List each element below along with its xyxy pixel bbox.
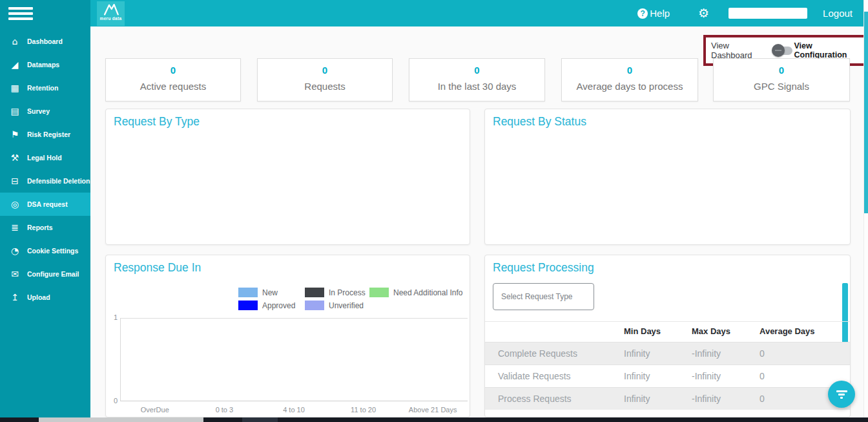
building-icon: ▦: [8, 83, 21, 93]
cell-min-days: Infinity: [624, 388, 650, 410]
help-label: Help: [650, 8, 670, 19]
cell-average-days: 0: [760, 343, 765, 364]
legend-item-approved[interactable]: Approved: [238, 301, 305, 310]
cell-max-days: -Infinity: [692, 343, 721, 364]
sidebar-item-legal-hold[interactable]: ⚒ Legal Hold: [0, 146, 90, 169]
stat-label: GPC Signals: [714, 81, 849, 92]
stat-label: Average days to process: [562, 81, 698, 92]
stat-value: 0: [409, 65, 544, 76]
stat-card-active-requests: 0 Active requests: [105, 58, 241, 101]
document-icon: ▤: [8, 106, 21, 116]
y-axis-tick-1: 1: [108, 313, 118, 321]
column-header-average-days: Average Days: [760, 321, 815, 342]
legend-item-need-additional-info[interactable]: Need Additional Info: [369, 288, 462, 297]
vertical-scrollbar-track[interactable]: [863, 0, 868, 422]
column-header-max-days: Max Days: [692, 321, 730, 342]
horizontal-scrollbar-track[interactable]: [0, 417, 868, 422]
legend-item-in-process[interactable]: In Process: [305, 288, 369, 297]
row-label: Complete Requests: [498, 343, 577, 364]
topbar-search-input[interactable]: [728, 8, 807, 19]
switch-knob[interactable]: [772, 44, 785, 57]
x-axis-label: 11 to 20: [329, 406, 398, 414]
sidebar-item-retention[interactable]: ▦ Retention: [0, 76, 90, 100]
request-by-type-panel: Request By Type: [105, 109, 470, 245]
sidebar: ⌂ Dashboard ◢ Datamaps ▦ Retention ▤ Sur…: [0, 0, 90, 417]
topbar: meru data ? Help ⚙ Logout: [0, 0, 868, 26]
legend-item-new[interactable]: New: [238, 288, 305, 297]
x-axis-label: OverDue: [120, 406, 190, 414]
stat-label: Requests: [258, 81, 392, 92]
list-icon: ≣: [8, 222, 21, 233]
table-header-row: Min Days Max Days Average Days: [485, 321, 850, 342]
request-processing-panel: Request Processing Select Request Type M…: [484, 255, 851, 417]
legend-swatch: [369, 288, 389, 297]
home-icon: ⌂: [8, 36, 21, 47]
app-logo: meru data: [97, 1, 125, 26]
stat-label: In the last 30 days: [409, 81, 544, 92]
sidebar-item-cookie-settings[interactable]: ◔ Cookie Settings: [0, 239, 90, 262]
panel-title: Request By Status: [493, 115, 586, 129]
life-ring-icon: ◎: [8, 199, 21, 209]
sidebar-item-risk-register[interactable]: ⚑ Risk Register: [0, 123, 90, 146]
sidebar-item-datamaps[interactable]: ◢ Datamaps: [0, 53, 90, 76]
table-row-complete-requests: Complete Requests Infinity -Infinity 0: [485, 342, 850, 364]
x-axis-label: 0 to 3: [190, 406, 260, 414]
envelope-icon: ✉: [8, 269, 21, 279]
horizontal-scrollbar-thumb[interactable]: [39, 417, 203, 422]
panel-title: Request Processing: [493, 261, 594, 275]
x-axis-label: 4 to 10: [259, 406, 329, 414]
sidebar-item-defensible-deletion[interactable]: ⊟ Defensible Deletion: [0, 169, 90, 193]
cookie-icon: ◔: [8, 246, 21, 256]
sidebar-nav: ⌂ Dashboard ◢ Datamaps ▦ Retention ▤ Sur…: [0, 30, 90, 309]
menu-icon[interactable]: [8, 7, 33, 23]
legend-item-unverified[interactable]: Unverified: [305, 301, 369, 310]
column-header-min-days: Min Days: [624, 321, 661, 342]
cell-max-days: -Infinity: [692, 388, 721, 410]
sidebar-item-reports[interactable]: ≣ Reports: [0, 216, 90, 239]
legend-swatch: [238, 288, 258, 297]
cell-max-days: -Infinity: [692, 365, 721, 387]
select-request-type-dropdown[interactable]: Select Request Type: [493, 283, 594, 310]
panel-title: Request By Type: [114, 115, 200, 129]
horizontal-scrollbar-shade: [242, 417, 278, 422]
legend-swatch: [305, 301, 324, 310]
cell-average-days: 0: [760, 365, 765, 387]
logo-text: meru data: [100, 16, 122, 21]
sidebar-item-dashboard[interactable]: ⌂ Dashboard: [0, 30, 90, 53]
view-dashboard-label: View Dashboard: [711, 41, 767, 60]
help-icon: ?: [637, 8, 648, 19]
area-chart-icon: ◢: [8, 59, 21, 70]
request-by-status-panel: Request By Status: [484, 109, 851, 245]
logout-button[interactable]: Logout: [823, 8, 852, 19]
cell-min-days: Infinity: [624, 365, 650, 387]
table-row-process-requests: Process Requests Infinity -Infinity 0: [485, 387, 850, 410]
stat-value: 0: [714, 65, 849, 76]
filter-fab-button[interactable]: [828, 381, 855, 408]
stat-card-last-30-days: 0 In the last 30 days: [409, 58, 545, 101]
topbar-actions: ? Help ⚙ Logout: [637, 0, 852, 26]
dashboard-page: meru data ? Help ⚙ Logout ⌂ Dashboard ◢ …: [0, 0, 868, 422]
chart-legend: New In Process Need Additional Info Appr…: [238, 288, 462, 310]
legend-swatch: [238, 301, 258, 310]
sidebar-item-configure-email[interactable]: ✉ Configure Email: [0, 262, 90, 286]
y-axis-tick-0: 0: [108, 397, 118, 405]
cell-average-days: 0: [760, 388, 765, 410]
table-row-validate-requests: Validate Requests Infinity -Infinity 0: [485, 364, 850, 387]
x-axis-label: Above 21 Days: [398, 406, 468, 414]
stat-value: 0: [106, 65, 240, 76]
cell-min-days: Infinity: [624, 343, 650, 364]
help-button[interactable]: ? Help: [637, 8, 670, 19]
gear-icon[interactable]: ⚙: [698, 7, 709, 19]
vertical-scrollbar-thumb[interactable]: [864, 12, 868, 213]
stat-label: Active requests: [106, 81, 240, 92]
flag-icon: ⚑: [8, 129, 21, 140]
hard-drive-icon: ⊟: [8, 176, 21, 186]
stat-card-requests: 0 Requests: [257, 58, 393, 101]
sidebar-item-survey[interactable]: ▤ Survey: [0, 100, 90, 123]
sidebar-item-upload[interactable]: ↥ Upload: [0, 286, 90, 309]
sidebar-item-dsa-request[interactable]: ◎ DSA request: [0, 193, 90, 216]
row-label: Process Requests: [498, 388, 572, 410]
view-toggle-switch[interactable]: [772, 44, 792, 57]
panel-title: Response Due In: [114, 261, 201, 275]
stat-value: 0: [258, 65, 392, 76]
